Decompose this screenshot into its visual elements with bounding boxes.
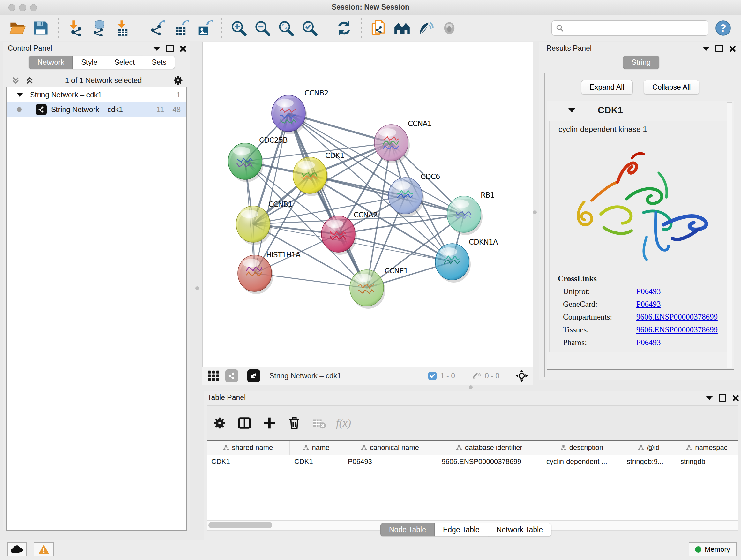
float-panel-icon[interactable] (166, 45, 174, 52)
table-cell[interactable]: stringdb (676, 455, 738, 469)
open-session-button[interactable] (8, 18, 27, 38)
column-header-canonical-name[interactable]: canonical name (343, 441, 437, 455)
tab-network[interactable]: Network (29, 56, 73, 69)
import-network-file-button[interactable] (66, 18, 85, 38)
toolbar-separator (327, 18, 327, 38)
tab-string[interactable]: String (623, 56, 659, 69)
fit-content-crosshair-icon[interactable] (515, 369, 529, 382)
show-button[interactable] (440, 18, 460, 38)
tab-node-table[interactable]: Node Table (381, 523, 434, 537)
string-hide-button[interactable] (416, 18, 436, 38)
svg-text:CCNB2: CCNB2 (305, 89, 328, 97)
help-button[interactable]: ? (714, 18, 733, 38)
show-column-button[interactable] (237, 415, 253, 431)
right-splitter-grip[interactable] (533, 210, 537, 214)
tab-select[interactable]: Select (106, 56, 144, 69)
tab-style[interactable]: Style (73, 56, 106, 69)
scrollbar-thumb[interactable] (208, 522, 272, 528)
float-panel-icon[interactable] (719, 394, 726, 401)
gene-name: CDK1 (598, 105, 623, 116)
crosslink-value-link[interactable]: P06493 (636, 338, 661, 347)
hierarchy-icon (361, 445, 367, 450)
network-share-toggle-icon[interactable] (225, 369, 238, 382)
refresh-button[interactable] (334, 18, 354, 38)
network-type-icon (36, 104, 47, 115)
export-network-button[interactable] (147, 18, 167, 38)
network-collection-row[interactable]: String Network – cdk1 1 (7, 87, 186, 102)
column-header-name[interactable]: name (290, 441, 343, 455)
column-header-description[interactable]: description (542, 441, 622, 455)
table-cell[interactable]: CDK1 (290, 455, 343, 469)
selected-checkbox-icon[interactable] (428, 371, 437, 381)
bottom-splitter-grip[interactable] (469, 385, 473, 389)
delete-table-button-disabled (311, 415, 328, 431)
create-column-button[interactable] (261, 415, 278, 431)
close-panel-icon[interactable] (179, 45, 186, 52)
search-input[interactable] (566, 23, 704, 33)
save-session-button[interactable] (31, 18, 51, 38)
zoom-selected-button[interactable] (300, 18, 320, 38)
warnings-button[interactable] (34, 543, 54, 557)
toolbar-separator (58, 18, 59, 38)
string-home-button[interactable] (393, 18, 412, 38)
close-panel-icon[interactable] (732, 395, 738, 401)
footer-separator (507, 369, 508, 382)
float-panel-icon[interactable] (716, 45, 723, 52)
panel-menu-icon[interactable] (703, 47, 710, 51)
table-cell[interactable]: stringdb:9... (622, 455, 676, 469)
birdseye-grid-icon[interactable] (207, 369, 220, 382)
collection-expand-icon[interactable] (17, 93, 23, 97)
hidden-count: 0 - 0 (485, 372, 499, 380)
cloud-status-button[interactable] (7, 543, 27, 557)
table-row[interactable]: CDK1CDK1P064939606.ENSP00000378699cyclin… (207, 455, 738, 469)
column-header--id[interactable]: @id (622, 441, 676, 455)
collapse-all-icon[interactable] (11, 76, 20, 85)
open-in-new-window-icon[interactable] (247, 369, 260, 382)
string-protein-query-button[interactable] (369, 18, 389, 38)
table-cell[interactable]: P06493 (343, 455, 437, 469)
network-canvas[interactable]: CCNB2CCNA1CDC25BCDK1CDC6RB1CCNB1CCNA2CDK… (203, 42, 533, 367)
crosslink-value-link[interactable]: P06493 (636, 287, 661, 296)
delete-column-button[interactable] (286, 415, 303, 431)
crosslink-value-link[interactable]: 9606.ENSP00000378699 (636, 325, 718, 334)
export-image-button[interactable] (195, 18, 214, 38)
expand-all-icon[interactable] (25, 76, 35, 85)
column-header-database-identifier[interactable]: database identifier (437, 441, 542, 455)
network-row-selected[interactable]: String Network – cdk1 11 48 (7, 102, 186, 117)
table-cell[interactable]: CDK1 (207, 455, 290, 469)
import-network-database-button[interactable] (89, 18, 109, 38)
memory-button[interactable]: Memory (689, 543, 737, 557)
crosslink-value-link[interactable]: 9606.ENSP00000378699 (636, 313, 718, 321)
export-table-button[interactable] (171, 18, 191, 38)
memory-label: Memory (704, 545, 730, 554)
table-settings-button[interactable] (212, 415, 228, 431)
panel-menu-icon[interactable] (706, 396, 713, 400)
zoom-in-button[interactable] (229, 18, 249, 38)
table-cell[interactable]: cyclin-dependent ... (542, 455, 622, 469)
column-header-shared-name[interactable]: shared name (207, 441, 290, 455)
results-vertical-scrollbar[interactable] (727, 103, 732, 368)
zoom-fit-button[interactable] (276, 18, 296, 38)
table-header-row: shared namenamecanonical namedatabase id… (207, 441, 738, 455)
collection-count: 1 (177, 91, 181, 99)
hidden-eye-slash-icon[interactable] (471, 370, 482, 381)
column-header-label: shared name (232, 443, 273, 452)
collapse-all-button[interactable]: Collapse All (644, 80, 699, 95)
panel-menu-icon[interactable] (153, 47, 160, 51)
expand-all-button[interactable]: Expand All (581, 80, 633, 95)
column-header-namespac[interactable]: namespac (676, 441, 738, 455)
tab-network-table[interactable]: Network Table (488, 523, 551, 537)
close-panel-icon[interactable] (729, 45, 735, 52)
hierarchy-icon (686, 445, 692, 450)
gene-collapse-icon[interactable] (568, 108, 576, 112)
zoom-out-button[interactable] (253, 18, 273, 38)
table-cell[interactable]: 9606.ENSP00000378699 (437, 455, 542, 469)
collection-label: String Network – cdk1 (30, 91, 102, 99)
gear-icon[interactable] (172, 75, 184, 86)
crosslink-value-link[interactable]: P06493 (636, 300, 661, 309)
houses-icon (394, 20, 410, 37)
left-splitter-grip[interactable] (195, 287, 199, 290)
tab-edge-table[interactable]: Edge Table (434, 523, 488, 537)
tab-sets[interactable]: Sets (143, 56, 175, 69)
import-table-file-button[interactable] (113, 18, 133, 38)
